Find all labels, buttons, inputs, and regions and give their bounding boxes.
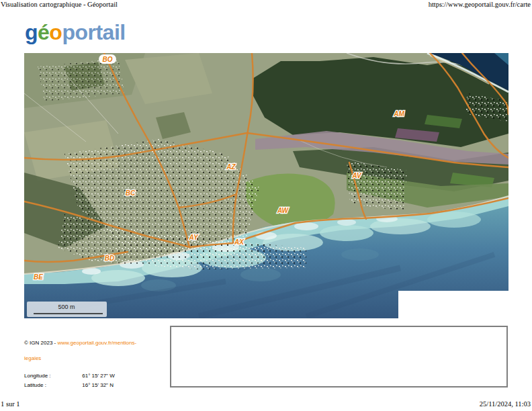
map-container: BOAMAZAVBCAWAYAXBDBE 500 m [24,53,508,318]
longitude-row: Longitude : 61° 15' 27" W [24,371,115,381]
latitude-row: Latitude : 16° 15' 32" N [24,381,115,390]
map-satellite-view: BOAMAZAVBCAWAYAXBDBE 500 m [24,53,508,318]
road-label-be: BE [34,273,43,281]
scale-bar: 500 m [27,302,107,317]
road-label-aw: AW [277,207,290,214]
road-label-av: AV [351,172,361,179]
road-label-am: AM [393,110,404,118]
road-label-ay: AY [188,234,198,241]
empty-info-box [170,326,508,387]
road-label-bd: BD [105,255,114,262]
logo-letter-e: é [38,20,49,44]
logo-portail: portail [62,20,125,44]
page-number: 1 sur 1 [1,400,20,408]
print-datetime: 25/11/2024, 11:03 [480,400,531,408]
longitude-value: 61° 15' 27" W [82,373,114,379]
road-label-ax: AX [234,238,245,246]
mentions-legales-link-2[interactable]: legales [24,355,41,361]
mentions-legales-link[interactable]: www.geoportail.gouv.fr/mentions- [57,340,136,346]
scale-bar-label: 500 m [58,304,75,310]
longitude-label: Longitude : [24,371,81,381]
latitude-value: 16° 15' 32" N [82,382,114,388]
map-notch [398,291,508,318]
road-label-bo: BO [103,56,113,63]
logo-letter-g: g [25,20,38,44]
print-header-title: Visualisation cartographique - Géoportai… [1,1,118,8]
latitude-label: Latitude : [24,381,81,390]
road-label-bc: BC [126,189,136,197]
print-footer: 1 sur 1 25/11/2024, 11:03 [1,400,531,408]
copyright-block: © IGN 2023 - www.geoportail.gouv.fr/ment… [24,336,165,366]
copyright-text: © IGN 2023 - [24,340,57,346]
logo-letter-o: o [49,20,62,44]
coordinates-block: Longitude : 61° 15' 27" W Latitude : 16°… [24,371,115,390]
geoportail-logo: géoportail [25,19,126,46]
print-header: Visualisation cartographique - Géoportai… [1,1,531,8]
print-header-url: https://www.geoportail.gouv.fr/carte [429,1,531,8]
road-label-az: AZ [226,163,236,171]
